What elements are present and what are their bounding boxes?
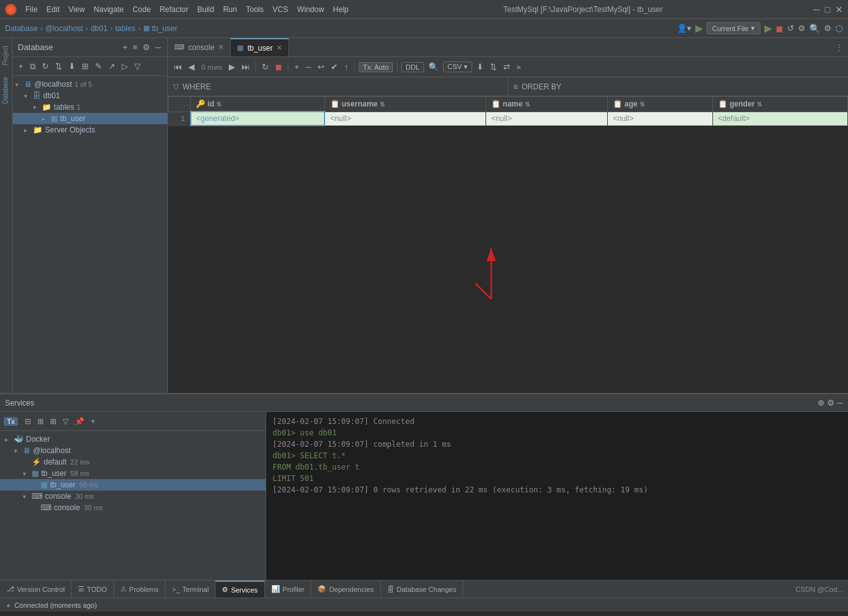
first-row-button[interactable]: ⏮ — [172, 61, 184, 73]
tree-item-server-objects[interactable]: ▸ 📁 Server Objects — [13, 124, 167, 136]
submit-button[interactable]: ✔ — [329, 61, 340, 73]
col-username-header[interactable]: 📋 username ⇅ — [324, 97, 485, 112]
tree-item-db01[interactable]: ▾ 🗄 db01 — [13, 90, 167, 101]
tree-item-tbuser[interactable]: ▸ ▦ tb_user — [13, 113, 167, 124]
sort-gender-icon[interactable]: ⇅ — [757, 101, 762, 108]
search-icon[interactable]: 🔍 — [809, 23, 820, 34]
refresh-button[interactable]: ↻ — [40, 60, 51, 72]
breadcrumb-db01[interactable]: db01 — [91, 24, 108, 33]
add-button[interactable]: + — [16, 60, 25, 72]
settings-icon[interactable]: ⚙ — [798, 23, 806, 33]
expand-all-button[interactable]: ⊞ — [35, 416, 46, 427]
collapse-service-button[interactable]: ─ — [837, 398, 843, 407]
list-view-button[interactable]: ≡ — [131, 41, 139, 53]
tab-more-button[interactable]: ⋮ — [830, 38, 848, 56]
svc-item-console-parent[interactable]: ▾ ⌨ console 30 ms — [0, 491, 266, 502]
bottom-tab-problems[interactable]: ⚠ Problems — [114, 581, 165, 598]
breadcrumb-localhost[interactable]: @localhost — [45, 24, 83, 33]
tree-item-localhost[interactable]: ▾ 🖥 @localhost 1 of 5 — [13, 79, 167, 90]
tab-console[interactable]: ⌨ console ✕ — [168, 38, 231, 56]
menu-vcs[interactable]: VCS — [269, 4, 292, 15]
collapse-all-button[interactable]: ⊟ — [23, 416, 33, 427]
add-svc-button[interactable]: + — [89, 416, 97, 427]
svc-item-console[interactable]: ⌨ console 30 ms — [0, 502, 266, 513]
play-icon[interactable]: ▶ — [764, 22, 772, 34]
bottom-tab-db-changes[interactable]: 🗄 Database Changes — [381, 581, 463, 598]
stop-icon[interactable]: ◼ — [776, 23, 783, 34]
group-button[interactable]: ⊞ — [48, 416, 58, 427]
svc-item-default[interactable]: ⚡ default 22 ms — [0, 456, 266, 468]
breadcrumb-tables[interactable]: tables — [115, 24, 136, 33]
search-data-button[interactable]: 🔍 — [427, 61, 440, 73]
cell-name[interactable]: <null> — [486, 112, 608, 125]
sort-id-icon[interactable]: ⇅ — [216, 101, 221, 108]
reload-data-button[interactable]: ↻ — [260, 61, 271, 73]
project-tab[interactable]: Project — [0, 41, 12, 70]
add-db-button[interactable]: + — [122, 41, 129, 53]
menu-run[interactable]: Run — [219, 4, 241, 15]
col-gender-header[interactable]: 📋 gender ⇅ — [712, 97, 847, 112]
bottom-tab-version-control[interactable]: ⎇ Version Control — [0, 581, 72, 598]
copy-button[interactable]: ⧉ — [28, 60, 37, 73]
table-view-button[interactable]: ⊞ — [80, 60, 91, 72]
menu-file[interactable]: File — [22, 4, 41, 15]
menu-window[interactable]: Window — [293, 4, 328, 15]
import-button[interactable]: ⬇ — [67, 60, 77, 72]
filter-db-button[interactable]: ▽ — [132, 60, 143, 72]
sort-name-icon[interactable]: ⇅ — [525, 101, 530, 108]
run-config-icon[interactable]: ▶ — [695, 22, 703, 34]
svc-item-tbuser[interactable]: ▦ tb_user 58 ms — [0, 479, 266, 491]
menu-help[interactable]: Help — [329, 4, 352, 15]
edit-button[interactable]: ✎ — [93, 60, 104, 72]
more-options-button[interactable]: » — [515, 61, 523, 73]
bottom-tab-terminal[interactable]: >_ Terminal — [165, 581, 215, 598]
menu-navigate[interactable]: Navigate — [90, 4, 127, 15]
menu-refactor[interactable]: Refactor — [156, 4, 192, 15]
cell-gender[interactable]: <default> — [712, 112, 847, 125]
tree-item-tables[interactable]: ▾ 📁 tables 1 — [13, 101, 167, 113]
svc-item-docker[interactable]: ▸ 🐳 Docker — [0, 433, 266, 445]
export-button[interactable]: ⬇ — [475, 61, 485, 73]
revert-button[interactable]: ↩ — [316, 61, 326, 73]
svc-item-localhost[interactable]: ▾ 🖥 @localhost — [0, 445, 266, 456]
tab-tbuser[interactable]: ▦ tb_user ✕ — [231, 38, 289, 56]
menu-view[interactable]: View — [65, 4, 89, 15]
bottom-tab-todo[interactable]: ☰ TODO — [72, 581, 114, 598]
minimize-button[interactable]: ─ — [814, 4, 820, 15]
run-sql-button[interactable]: ▷ — [120, 60, 130, 72]
user-icon[interactable]: 👤▾ — [677, 23, 691, 33]
next-row-button[interactable]: ▶ — [227, 61, 237, 73]
breadcrumb-tbuser[interactable]: tb_user — [152, 24, 177, 33]
cell-username[interactable]: <null> — [324, 112, 485, 125]
breadcrumb-database[interactable]: Database — [5, 24, 37, 33]
menu-code[interactable]: Code — [129, 4, 155, 15]
ddl-button[interactable]: DDL — [401, 62, 424, 72]
settings-service-button[interactable]: ⚙ — [827, 398, 835, 407]
tx-button[interactable]: Tx: Auto — [359, 62, 393, 72]
csv-button[interactable]: CSV ▾ — [443, 61, 472, 72]
col-age-header[interactable]: 📋 age ⇅ — [607, 97, 712, 112]
menu-tools[interactable]: Tools — [242, 4, 267, 15]
col-name-header[interactable]: 📋 name ⇅ — [486, 97, 608, 112]
up-button[interactable]: ↑ — [342, 61, 350, 73]
add-row-button[interactable]: + — [292, 61, 301, 73]
bottom-tab-dependencies[interactable]: 📦 Dependencies — [311, 581, 380, 598]
close-console-tab-icon[interactable]: ✕ — [218, 43, 224, 51]
current-file-button[interactable]: Current File ▾ — [707, 22, 761, 34]
svc-item-tbuser-parent[interactable]: ▾ ▦ tb_user 58 ms — [0, 468, 266, 479]
bottom-tab-services[interactable]: ⚙ Services — [215, 581, 264, 598]
close-tbuser-tab-icon[interactable]: ✕ — [276, 44, 282, 52]
pin-button[interactable]: 📌 — [73, 416, 86, 427]
filter-svc-button[interactable]: ▽ — [61, 416, 70, 427]
bottom-tab-profiler[interactable]: 📊 Profiler — [265, 581, 312, 598]
sort-username-icon[interactable]: ⇅ — [380, 101, 385, 108]
cell-id[interactable]: <generated> — [191, 112, 325, 125]
stop-data-button[interactable]: ◼ — [273, 61, 284, 73]
share-icon[interactable]: ⬡ — [835, 23, 843, 34]
maximize-button[interactable]: □ — [825, 4, 830, 15]
close-button[interactable]: ✕ — [835, 4, 843, 15]
remove-row-button[interactable]: ─ — [304, 61, 313, 73]
menu-edit[interactable]: Edit — [42, 4, 63, 15]
last-row-button[interactable]: ⏭ — [240, 61, 252, 73]
add-service-button[interactable]: ⊕ — [818, 398, 825, 407]
